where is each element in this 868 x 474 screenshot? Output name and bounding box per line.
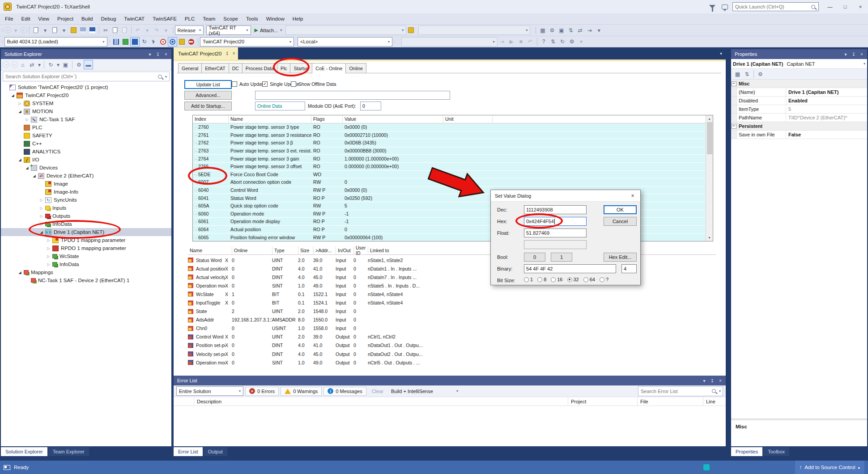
- solution-platform-combo[interactable]: TwinCAT RT (x64)▾: [206, 25, 251, 35]
- save-icon[interactable]: [78, 25, 88, 35]
- radio-icon[interactable]: [537, 277, 542, 282]
- property-row[interactable]: ItemType 5: [731, 105, 867, 114]
- warnings-toggle[interactable]: 0 Warnings: [281, 387, 322, 396]
- scroll-up-icon[interactable]: ▲: [708, 115, 711, 122]
- error-list-body[interactable]: [174, 406, 726, 436]
- se-back-icon[interactable]: ◄: [3, 61, 9, 68]
- open-file-icon[interactable]: [69, 25, 78, 35]
- sort-icon[interactable]: ⇅: [549, 37, 558, 47]
- new-project-icon[interactable]: [31, 25, 41, 35]
- nav-back-dropdown[interactable]: ▾: [11, 25, 21, 35]
- bool-1-button[interactable]: 1: [551, 253, 572, 262]
- object-dropdown-icon[interactable]: ▾: [864, 62, 865, 66]
- quick-launch-input[interactable]: [733, 4, 809, 9]
- property-row[interactable]: (Name) Drive 1 (Capitan NET): [731, 88, 867, 97]
- step-into-icon[interactable]: ⇥: [498, 37, 507, 47]
- menu-item[interactable]: Debug: [97, 14, 120, 23]
- coe-row[interactable]: 2765 Power stage temp. sensor 3 offset R…: [193, 163, 706, 171]
- coe-row[interactable]: 2761 Power stage temp. sensor 3 resistan…: [193, 131, 706, 140]
- solution-search-box[interactable]: ▾: [3, 72, 170, 81]
- se-pending-dropdown[interactable]: ▾: [55, 60, 61, 69]
- tree-expander-icon[interactable]: [46, 238, 51, 242]
- advanced-button[interactable]: Advanced...: [184, 91, 232, 100]
- ok-button[interactable]: OK: [604, 205, 637, 214]
- add-item-icon[interactable]: [50, 25, 60, 35]
- var-row[interactable]: Control Word X 0 UINT 2.0 39.0 Output 0 …: [188, 333, 716, 341]
- bit-size-option[interactable]: 32: [567, 277, 579, 282]
- scroll-thumb[interactable]: [707, 122, 712, 154]
- se-pending-icon[interactable]: ↻: [46, 60, 55, 69]
- coe-table-header[interactable]: IndexNameFlagsValueUnit: [193, 115, 713, 123]
- tree-item[interactable]: I/O: [1, 156, 171, 164]
- se-sync-icon[interactable]: ⇄: [27, 60, 37, 69]
- tree-expander-icon[interactable]: [17, 271, 23, 275]
- property-value[interactable]: Drive 1 (Capitan NET): [786, 88, 867, 96]
- menu-item[interactable]: Build: [77, 14, 97, 23]
- tree-expander-icon[interactable]: [46, 254, 51, 258]
- tab-pin-icon[interactable]: ↧: [225, 51, 229, 56]
- error-scope-combo[interactable]: Entire Solution▾: [176, 386, 243, 396]
- property-row[interactable]: PathName TIID^Device 2 (EtherCAT)^: [731, 114, 867, 122]
- solution-config-combo[interactable]: Release▾: [175, 25, 204, 35]
- paste-icon[interactable]: [120, 25, 129, 35]
- categorize-icon[interactable]: ▦: [733, 69, 742, 79]
- tree-item[interactable]: Image: [1, 180, 171, 188]
- menu-item[interactable]: Tools: [242, 14, 262, 23]
- menu-item[interactable]: Help: [289, 14, 307, 23]
- var-row[interactable]: AdsAddr 192.168.1.207.3.1:1... AMSADDR 8…: [188, 316, 716, 324]
- coe-row[interactable]: 2760 Power stage temp. sensor 3 type RO …: [193, 123, 706, 131]
- dialog-close-icon[interactable]: ×: [626, 190, 639, 201]
- panel-tab[interactable]: Output: [204, 447, 227, 456]
- startup-project-combo[interactable]: ▾: [285, 25, 406, 35]
- tree-item[interactable]: TPDO 1 mapping parameter: [1, 236, 171, 244]
- tree-item[interactable]: SAFETY: [1, 131, 171, 140]
- play-icon[interactable]: ▶: [507, 37, 516, 47]
- cancel-button[interactable]: Cancel: [604, 217, 637, 226]
- var-row[interactable]: Position set-point X 0 DINT 4.0 41.0 Out…: [188, 341, 716, 350]
- document-tab[interactable]: TwinCAT Project20 ↧ ×: [174, 47, 238, 59]
- coe-row[interactable]: 2763 Power stage temp. sensor 3 ext. res…: [193, 147, 706, 155]
- plc-project-combo[interactable]: ▾: [401, 37, 498, 47]
- bit-size-option[interactable]: 64: [583, 277, 595, 282]
- close-button[interactable]: ×: [853, 0, 868, 13]
- tree-item[interactable]: Image-Info: [1, 188, 171, 196]
- cursor-icon[interactable]: [149, 37, 158, 47]
- tree-item[interactable]: InfoData: [1, 220, 171, 228]
- hex-field[interactable]: 0x424F4F54: [524, 217, 587, 226]
- build-version-combo[interactable]: Build 4024.12 (Loaded)▾: [4, 37, 107, 47]
- refresh-icon[interactable]: ↻: [140, 37, 149, 47]
- tree-item[interactable]: Solution 'TwinCAT Project20' (1 project): [1, 83, 171, 91]
- properties-header[interactable]: Properties ▾ ↧ ×: [731, 49, 867, 59]
- undo-icon[interactable]: ↶: [133, 25, 143, 35]
- target-icon[interactable]: [158, 37, 168, 47]
- panel-tab[interactable]: Team Explorer: [48, 447, 89, 456]
- grid-icon[interactable]: ▦: [538, 25, 547, 35]
- checkbox-icon[interactable]: [291, 81, 296, 87]
- green-box-icon[interactable]: [121, 37, 130, 47]
- tree-item[interactable]: SYSTEM: [1, 99, 171, 107]
- build-filter-combo[interactable]: Build + IntelliSense▾: [389, 386, 460, 396]
- solution-explorer-header[interactable]: Solution Explorer ▾ ↧ ×: [1, 49, 171, 59]
- coe-row[interactable]: 2762 Power stage temp. sensor 3 β RO 0x0…: [193, 139, 706, 147]
- bool-0-button[interactable]: 0: [524, 253, 545, 262]
- overflow2-dropdown[interactable]: ▾: [577, 37, 586, 47]
- target-system-combo[interactable]: <Local>▾: [298, 37, 392, 47]
- bit-size-option[interactable]: 8: [537, 277, 546, 282]
- property-value[interactable]: False: [786, 131, 867, 139]
- binary-field[interactable]: 54 4F 4F 42: [524, 264, 616, 273]
- solution-search-input[interactable]: [3, 74, 156, 79]
- dec-field[interactable]: 1112493908: [524, 205, 587, 214]
- device-tab[interactable]: CoE - Online: [312, 63, 346, 73]
- tree-item[interactable]: MOTION: [1, 107, 171, 115]
- panel-close-icon[interactable]: ×: [858, 50, 866, 58]
- property-row[interactable]: Persistent: [731, 122, 867, 131]
- panel-pin-icon[interactable]: ↧: [708, 377, 716, 385]
- toolbar-combo-extra[interactable]: ▾: [418, 25, 530, 35]
- chart-icon[interactable]: [111, 37, 121, 47]
- property-value[interactable]: TIID^Device 2 (EtherCAT)^: [786, 114, 867, 122]
- active-project-combo[interactable]: TwinCAT Project20▾: [200, 37, 294, 47]
- tree-item[interactable]: C++: [1, 140, 171, 148]
- coe-row[interactable]: 5EDE Force Coco Boot Code WO: [193, 171, 706, 179]
- add-item-dropdown[interactable]: ▾: [60, 25, 69, 35]
- bit-size-option[interactable]: 16: [551, 277, 562, 282]
